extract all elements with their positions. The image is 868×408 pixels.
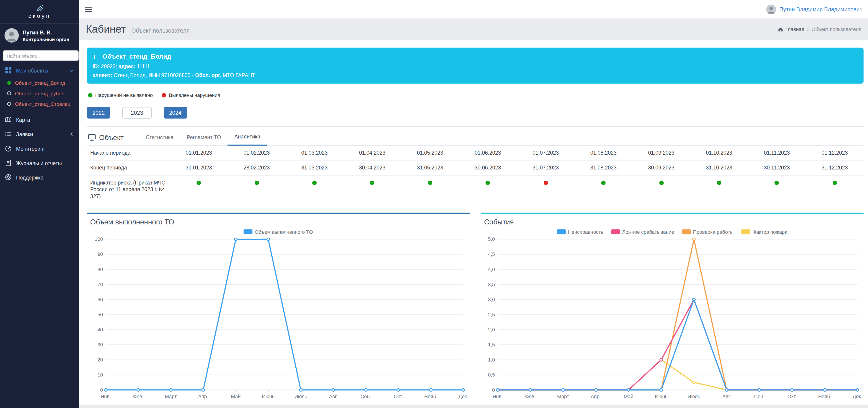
topbar-user[interactable]: Путин Владимир Владимирович [766, 4, 863, 14]
svg-text:Нояб.: Нояб. [818, 394, 831, 399]
tab-statistics[interactable]: Статистика [139, 131, 180, 145]
object-status-dot-outline [7, 102, 11, 106]
chart-legend-item[interactable]: Фактор пожара [741, 229, 787, 234]
ok-dot [659, 180, 663, 185]
svg-text:Дек.: Дек. [852, 394, 862, 399]
svg-text:Дек.: Дек. [458, 394, 468, 399]
svg-text:Авг.: Авг. [329, 394, 338, 399]
svg-text:70: 70 [97, 282, 103, 287]
breadcrumb-separator: › [807, 27, 809, 32]
svg-text:Окт.: Окт. [394, 394, 403, 399]
breadcrumb-current: Объект пользователя [811, 27, 861, 32]
sidebar-item-map[interactable]: Карта [0, 112, 79, 127]
sidebar-object-item[interactable]: Объект_стенд_Болид [0, 78, 79, 88]
svg-text:Сен.: Сен. [754, 394, 764, 399]
period-date-cell: 01.06.2023 [459, 146, 517, 160]
breadcrumb: Главная › Объект пользователя [777, 27, 861, 32]
legend-swatch [557, 229, 566, 234]
svg-text:Авг.: Авг. [722, 394, 731, 399]
period-date-cell: 30.09.2023 [632, 160, 690, 175]
chart-legend: Объем выполненного ТО [89, 228, 467, 236]
breadcrumb-home-link[interactable]: Главная [777, 27, 804, 32]
year-button-2022[interactable]: 2022 [87, 107, 110, 119]
year-button-2023[interactable]: 2023 [122, 107, 151, 119]
period-date-cell: 31.08.2023 [575, 160, 632, 175]
object-info-banner: i Объект_стенд_Болид ID: 20022; адрес: 1… [87, 48, 863, 84]
content: i Объект_стенд_Болид ID: 20022; адрес: 1… [79, 40, 868, 405]
period-date-cell: 01.02.2023 [228, 146, 286, 160]
svg-text:Янв.: Янв. [492, 394, 503, 399]
chart-legend-item[interactable]: Проверка работы [682, 229, 734, 234]
svg-text:1,5: 1,5 [488, 342, 495, 348]
info-icon: i [93, 53, 97, 60]
legend-label: Фактор пожара [752, 229, 787, 234]
svg-text:4,5: 4,5 [488, 252, 495, 257]
sidebar-nav: Мои объекты Объект_стенд_БолидОбъект_сте… [0, 63, 79, 184]
violation-dot [162, 93, 166, 97]
risk-indicator-cell [459, 175, 517, 204]
period-date-cell: 01.10.2023 [690, 146, 748, 160]
year-button-2024[interactable]: 2024 [164, 107, 187, 119]
tab-analytics[interactable]: Аналитика [228, 130, 267, 146]
ok-dot [254, 180, 259, 185]
period-date-cell: 31.05.2023 [401, 160, 459, 175]
tab-to-regulation[interactable]: Регламент ТО [180, 131, 228, 145]
menu-toggle-icon[interactable] [85, 6, 93, 12]
sidebar-object-item[interactable]: Объект_стенд_Стрелец [0, 98, 79, 109]
legend-label: Объем выполненного ТО [255, 229, 313, 234]
chart-legend-item[interactable]: Объем выполненного ТО [244, 229, 313, 234]
search-input[interactable] [3, 50, 79, 61]
chevron-down-icon [69, 68, 74, 73]
legend-swatch [682, 229, 691, 234]
sidebar-item-requests[interactable]: Заявки [0, 127, 79, 141]
chart-legend: НеисправностьЛожное срабатываниеПроверка… [483, 228, 861, 236]
period-row-label: Конец периода [87, 160, 170, 175]
period-date-cell: 01.03.2023 [286, 146, 343, 160]
tabs-row: Объект Статистика Регламент ТО Аналитика [87, 127, 863, 146]
sidebar-object-list: Объект_стенд_БолидОбъект_стенд_рубежОбъе… [0, 78, 79, 109]
period-date-cell: 31.01.2023 [170, 160, 228, 175]
violation-dot [544, 180, 548, 185]
period-date-cell: 31.10.2023 [690, 160, 748, 175]
risk-indicator-cell [228, 175, 286, 204]
map-icon [5, 116, 11, 123]
risk-indicator-cell [170, 175, 228, 204]
sidebar-user-block[interactable]: Путин В. В. Контрольный орган [0, 24, 79, 46]
topbar: Путин Владимир Владимирович [79, 0, 868, 19]
grid-icon [5, 67, 11, 74]
topbar-avatar [766, 4, 776, 14]
legend-swatch [741, 229, 750, 234]
period-table: Начало периода01.01.202301.02.202301.03.… [87, 146, 863, 204]
chart-legend-item[interactable]: Ложное срабатывание [611, 229, 674, 234]
svg-text:4,0: 4,0 [488, 267, 495, 272]
logo[interactable]: скоуп [0, 0, 79, 24]
user-role: Контрольный орган [23, 37, 69, 42]
svg-text:3,0: 3,0 [488, 297, 495, 302]
home-icon [777, 27, 783, 32]
period-date-cell: 31.03.2023 [286, 160, 343, 175]
legend-swatch [244, 229, 253, 234]
status-legend-violation: Выявлены нарушения [162, 93, 220, 98]
svg-text:Июнь: Июнь [262, 394, 275, 399]
sidebar-item-monitoring[interactable]: Мониторинг [0, 141, 79, 155]
svg-text:0: 0 [492, 387, 495, 393]
period-date-cell: 01.11.2023 [748, 146, 806, 160]
sidebar-object-item[interactable]: Объект_стенд_рубеж [0, 88, 79, 98]
period-row-label: Индикатор риска (Приказ МЧС России от 11… [87, 175, 170, 204]
sidebar-item-support[interactable]: Поддержка [0, 170, 79, 184]
topbar-user-name: Путин Владимир Владимирович [779, 6, 863, 12]
sidebar-item-my-objects[interactable]: Мои объекты [0, 63, 79, 78]
svg-text:Май: Май [623, 394, 633, 399]
svg-text:Июнь: Июнь [655, 394, 668, 399]
svg-text:2,5: 2,5 [488, 312, 495, 317]
legend-label: Проверка работы [693, 229, 734, 234]
risk-indicator-cell [690, 175, 748, 204]
user-name: Путин В. В. [23, 29, 69, 37]
svg-text:1,0: 1,0 [488, 357, 495, 362]
svg-text:Нояб.: Нояб. [424, 394, 437, 399]
status-legend: Нарушений не выявлено Выявлены нарушения [88, 93, 863, 98]
chart-legend-item[interactable]: Неисправность [557, 229, 603, 234]
maintenance-volume-chart: 0102030405060708090100Янв.Фев.МартАпр.Ма… [89, 236, 467, 407]
sidebar-item-journals[interactable]: Журналы и отчеты [0, 155, 79, 170]
ok-dot [832, 180, 837, 185]
